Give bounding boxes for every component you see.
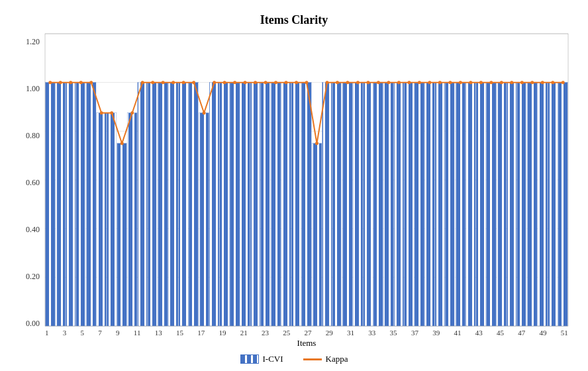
svg-point-94	[397, 81, 401, 84]
svg-point-74	[192, 81, 195, 84]
svg-rect-9	[46, 83, 55, 326]
x-axis-label: 13	[155, 329, 162, 337]
svg-rect-55	[517, 83, 526, 326]
x-axis-label: 31	[347, 329, 354, 337]
svg-point-102	[479, 81, 483, 84]
svg-rect-34	[302, 83, 311, 326]
svg-point-61	[59, 81, 62, 84]
svg-point-103	[489, 81, 493, 84]
chart-plot-area: 1357911131517192123252729313335373941434…	[45, 34, 568, 349]
svg-rect-50	[466, 83, 475, 326]
x-axis-label: 49	[539, 329, 546, 337]
svg-point-77	[223, 81, 226, 84]
legend-box-icvi	[240, 354, 259, 364]
y-axis-labels: 1.201.000.800.600.400.200.00	[20, 34, 45, 349]
svg-rect-56	[528, 83, 537, 326]
chart-title: Items Clarity	[260, 13, 328, 27]
svg-point-99	[448, 81, 452, 84]
svg-point-95	[407, 81, 411, 84]
svg-point-64	[89, 81, 93, 84]
svg-rect-32	[281, 83, 291, 326]
chart-legend: I-CVI Kappa	[240, 354, 348, 364]
y-axis-label: 0.80	[26, 131, 40, 141]
svg-point-109	[551, 81, 554, 84]
svg-rect-59	[558, 83, 567, 326]
svg-point-78	[233, 81, 236, 84]
x-axis-title: Items	[45, 338, 568, 349]
x-axis-label: 5	[81, 329, 85, 337]
svg-rect-18	[138, 83, 147, 326]
y-axis-label: 0.20	[26, 272, 40, 282]
svg-point-62	[69, 81, 72, 84]
svg-rect-46	[425, 83, 434, 326]
svg-rect-36	[322, 83, 332, 326]
svg-rect-15	[107, 113, 116, 326]
svg-rect-39	[353, 83, 362, 326]
svg-rect-37	[332, 83, 342, 326]
svg-point-101	[469, 81, 472, 84]
svg-point-89	[346, 81, 349, 84]
svg-point-87	[325, 81, 328, 84]
svg-rect-54	[507, 83, 516, 326]
svg-rect-57	[538, 83, 547, 326]
x-axis-label: 41	[454, 329, 461, 337]
svg-rect-20	[158, 83, 168, 326]
chart-area: 1.201.000.800.600.400.200.00 13579111315…	[20, 34, 568, 349]
svg-rect-48	[446, 83, 455, 326]
svg-rect-25	[209, 83, 219, 326]
svg-point-76	[213, 81, 216, 84]
svg-point-68	[130, 111, 134, 114]
svg-rect-17	[127, 113, 136, 326]
svg-point-69	[141, 81, 144, 84]
x-axis-label: 51	[561, 329, 568, 337]
x-axis-label: 11	[134, 329, 141, 337]
svg-rect-43	[394, 83, 403, 326]
svg-rect-35	[312, 144, 321, 326]
svg-rect-12	[76, 83, 85, 326]
svg-rect-40	[364, 83, 373, 326]
chart-container: Items Clarity 1.201.000.800.600.400.200.…	[0, 0, 588, 371]
x-axis-labels: 1357911131517192123252729313335373941434…	[45, 326, 568, 337]
x-axis-label: 15	[176, 329, 183, 337]
svg-rect-52	[487, 83, 496, 326]
svg-rect-41	[373, 83, 383, 326]
x-axis-label: 47	[518, 329, 525, 337]
svg-point-72	[172, 81, 175, 84]
plot-svg-container	[45, 34, 568, 326]
svg-point-88	[336, 81, 339, 84]
svg-point-96	[418, 81, 421, 84]
y-axis-label: 0.60	[26, 178, 40, 188]
svg-point-66	[110, 111, 113, 114]
x-axis-label: 27	[305, 329, 312, 337]
svg-rect-22	[179, 83, 188, 326]
legend-item-icvi: I-CVI	[240, 354, 283, 364]
svg-rect-47	[435, 83, 444, 326]
y-axis-label: 1.20	[26, 37, 40, 47]
svg-point-60	[48, 81, 52, 84]
x-axis-label: 45	[497, 329, 504, 337]
y-axis-label: 0.40	[26, 225, 40, 235]
svg-rect-23	[189, 83, 198, 326]
svg-point-75	[203, 111, 206, 114]
x-axis-label: 43	[475, 329, 483, 337]
svg-point-105	[510, 81, 513, 84]
svg-point-63	[79, 81, 83, 84]
svg-rect-13	[86, 83, 95, 326]
svg-point-108	[541, 81, 544, 84]
svg-rect-49	[456, 83, 465, 326]
y-axis-label: 1.00	[26, 84, 40, 94]
svg-point-86	[315, 142, 318, 145]
svg-rect-14	[97, 113, 106, 326]
legend-label-kappa: Kappa	[326, 354, 348, 364]
svg-point-84	[295, 81, 298, 84]
svg-point-85	[305, 81, 309, 84]
svg-rect-51	[476, 83, 485, 326]
svg-rect-10	[56, 83, 65, 326]
x-axis-label: 33	[368, 329, 375, 337]
x-axis-label: 19	[219, 329, 226, 337]
legend-label-icvi: I-CVI	[263, 354, 283, 364]
svg-point-80	[254, 81, 257, 84]
svg-rect-26	[220, 83, 229, 326]
svg-point-90	[356, 81, 360, 84]
svg-rect-24	[199, 113, 209, 326]
